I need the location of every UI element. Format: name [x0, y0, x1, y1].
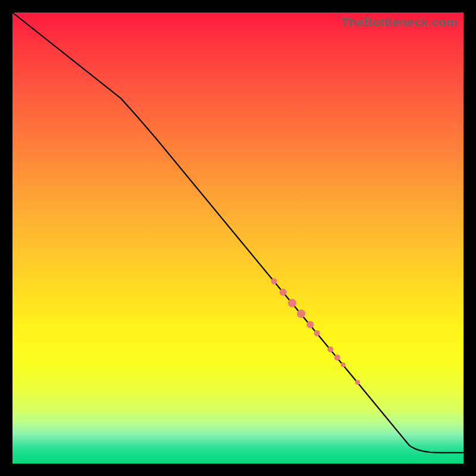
bottleneck-curve — [12, 12, 464, 453]
data-point — [341, 362, 346, 367]
data-point — [327, 346, 333, 352]
data-point — [288, 299, 296, 307]
data-point — [355, 380, 360, 385]
data-point — [297, 309, 305, 318]
data-point — [306, 321, 314, 328]
plot-area: TheBottleneck.com — [12, 12, 464, 464]
chart-svg — [12, 12, 464, 464]
chart-frame: TheBottleneck.com — [0, 0, 476, 476]
data-point — [280, 289, 287, 296]
data-point — [334, 355, 340, 361]
data-point — [314, 330, 320, 336]
data-point — [271, 278, 277, 284]
